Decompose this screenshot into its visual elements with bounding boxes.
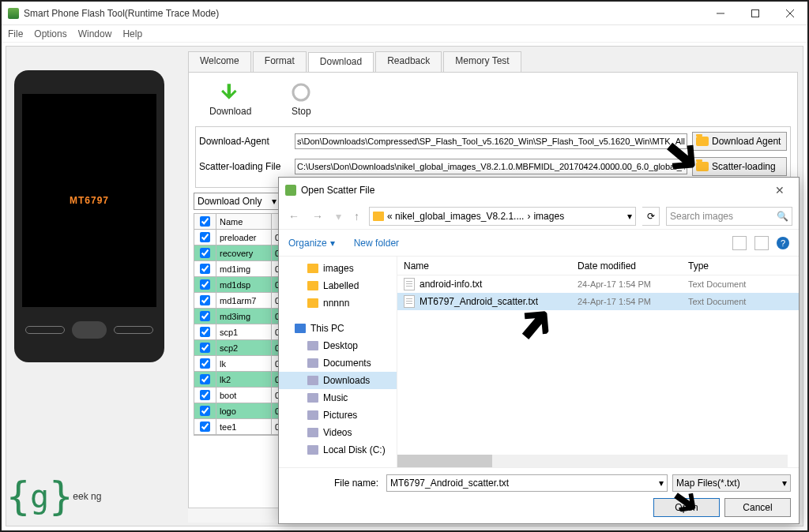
search-icon: 🔍 (777, 211, 788, 222)
filename-input[interactable]: MT6797_Android_scatter.txt ▾ (386, 474, 668, 492)
chevron-down-icon: ▾ (782, 478, 787, 489)
tree-item[interactable]: This PC (279, 320, 397, 337)
nav-recent-button[interactable]: ▾ (333, 208, 344, 224)
tree-item[interactable]: Labelled (279, 277, 397, 294)
phone-menu-icon (25, 326, 65, 334)
menu-options[interactable]: Options (34, 28, 66, 39)
column-type[interactable]: Type (682, 260, 799, 272)
folder-icon (696, 162, 709, 171)
download-mode-combo[interactable]: Download Only ▾ (194, 193, 280, 210)
tree-item[interactable]: Local Disk (C:) (279, 441, 397, 459)
view-mode-button[interactable] (732, 236, 747, 250)
chevron-down-icon[interactable]: ▾ (627, 211, 632, 222)
nav-up-button[interactable]: ↑ (351, 208, 363, 224)
tree-item[interactable]: images (279, 260, 397, 277)
dialog-title: Open Scatter File (301, 185, 767, 196)
tab-memorytest[interactable]: Memory Test (443, 51, 521, 72)
new-folder-button[interactable]: New folder (354, 238, 399, 249)
cancel-button[interactable]: Cancel (724, 498, 791, 517)
app-icon (8, 8, 19, 19)
refresh-button[interactable]: ⟳ (642, 207, 660, 226)
file-row[interactable]: android-info.txt24-Apr-17 1:54 PMText Do… (397, 275, 799, 293)
tree-item[interactable]: Videos (279, 424, 397, 441)
file-list: Name Date modified Type android-info.txt… (397, 257, 799, 467)
search-input[interactable]: Search images 🔍 (666, 207, 792, 226)
open-file-dialog: Open Scatter File ✕ ← → ▾ ↑ « nikel_glob… (278, 177, 800, 524)
column-date[interactable]: Date modified (571, 260, 682, 272)
window-title: Smart Phone Flash Tool(Runtime Trace Mod… (24, 8, 703, 19)
organize-menu[interactable]: Organize▾ (288, 238, 335, 249)
help-button[interactable]: ? (777, 237, 789, 249)
scatter-file-input[interactable] (295, 159, 687, 174)
svg-point-1 (293, 84, 309, 100)
minimize-button[interactable] (703, 2, 738, 25)
watermark-logo: {g}eek ng (6, 474, 101, 519)
chevron-down-icon: ▾ (330, 238, 335, 249)
chevron-down-icon: ▾ (659, 478, 664, 489)
tree-item[interactable]: Pictures (279, 406, 397, 424)
chip-label: MT6797 (70, 195, 109, 206)
download-agent-button[interactable]: Download Agent (692, 132, 787, 151)
scatter-loading-button[interactable]: Scatter-loading (692, 157, 787, 176)
maximize-button[interactable] (738, 2, 773, 25)
tab-format[interactable]: Format (253, 51, 307, 72)
path-breadcrumb[interactable]: « nikel_global_images_V8.2.1.... › image… (369, 207, 636, 226)
tree-item[interactable]: Desktop (279, 337, 397, 354)
nav-forward-button[interactable]: → (309, 208, 326, 224)
main-tabs: Welcome Format Download Readback Memory … (188, 51, 523, 72)
tab-download[interactable]: Download (308, 52, 374, 73)
preview-pane-button[interactable] (754, 236, 769, 250)
download-agent-input[interactable] (295, 133, 687, 149)
tree-item[interactable]: Documents (279, 354, 397, 372)
phone-preview: MT6797 (14, 70, 164, 362)
column-name[interactable]: Name (397, 260, 571, 272)
pane-toolbar: Download Stop (194, 77, 792, 126)
download-agent-label: Download-Agent (199, 136, 290, 147)
svg-rect-0 (752, 9, 759, 17)
dialog-app-icon (285, 185, 296, 196)
phone-back-icon (114, 326, 153, 334)
tab-welcome[interactable]: Welcome (188, 51, 251, 72)
chevron-down-icon: ▾ (272, 196, 277, 207)
file-row[interactable]: MT6797_Android_scatter.txt24-Apr-17 1:54… (397, 293, 799, 310)
menu-window[interactable]: Window (78, 28, 112, 39)
close-button[interactable] (773, 2, 807, 25)
tree-item[interactable]: Downloads (279, 372, 397, 389)
download-arrow-icon (220, 82, 241, 103)
folder-icon (373, 212, 384, 221)
folder-tree[interactable]: imagesLabellednnnnnThis PCDesktopDocumen… (279, 257, 397, 467)
grid-checkall[interactable] (194, 214, 216, 230)
tree-item[interactable]: Music (279, 389, 397, 406)
phone-screen: MT6797 (22, 94, 156, 307)
menu-file[interactable]: File (8, 28, 23, 39)
dialog-close-button[interactable]: ✕ (767, 184, 792, 197)
tab-readback[interactable]: Readback (375, 51, 442, 72)
filename-label: File name: (287, 478, 382, 489)
menu-help[interactable]: Help (122, 28, 142, 39)
scatter-file-label: Scatter-loading File (199, 161, 290, 172)
title-bar: Smart Phone Flash Tool(Runtime Trace Mod… (2, 2, 807, 25)
tree-item[interactable]: nnnnn (279, 294, 397, 312)
menu-bar: File Options Window Help (2, 25, 807, 43)
grid-header-name: Name (216, 214, 272, 230)
stop-button[interactable]: Stop (291, 82, 311, 117)
nav-back-button[interactable]: ← (285, 208, 303, 224)
horizontal-scrollbar[interactable] (397, 455, 788, 467)
download-button[interactable]: Download (209, 82, 251, 117)
phone-home-icon (72, 321, 107, 339)
stop-icon (291, 82, 311, 103)
